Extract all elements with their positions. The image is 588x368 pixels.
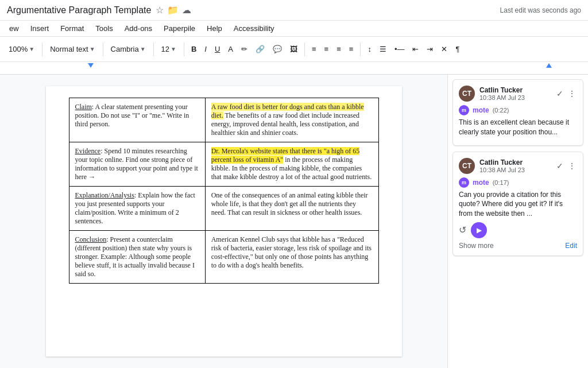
indent-increase-button[interactable]: ⇥ <box>423 42 436 56</box>
toolbar: 100% ▼ Normal text ▼ Cambria ▼ 12 ▼ B I … <box>0 37 588 62</box>
menu-view[interactable]: ew <box>5 22 24 34</box>
menu-accessibility[interactable]: Accessibility <box>229 22 279 34</box>
mote-duration-2: (0:17) <box>493 179 509 186</box>
cloud-icon[interactable]: ☁ <box>182 5 191 16</box>
show-more-button[interactable]: Show more <box>459 242 494 250</box>
zoom-value: 100% <box>9 45 28 53</box>
ruler-right-indent[interactable] <box>546 63 552 68</box>
italic-button[interactable]: I <box>201 42 210 56</box>
comment-header-2: CT Catlin Tucker 10:38 AM Jul 23 ✓ ⋮ <box>459 158 577 174</box>
mote-row-1: m mote (0:22) <box>459 105 577 115</box>
comment-header-1: CT Catlin Tucker 10:38 AM Jul 23 ✓ ⋮ <box>459 86 577 102</box>
table-row: Conclusion: Present a counterclaim (diff… <box>69 231 378 284</box>
explanation-label: Explanation/Analysis <box>75 191 134 199</box>
highlight-button[interactable]: ✏ <box>238 42 251 56</box>
edit-button[interactable]: Edit <box>565 242 577 250</box>
conclusion-content-cell[interactable]: American Kennel Club says that kibble ha… <box>205 231 378 284</box>
evidence-content-cell[interactable]: Dr. Mercola's website states that there … <box>205 142 378 187</box>
style-value: Normal text <box>50 45 88 53</box>
ruler-left-indent[interactable] <box>88 63 94 68</box>
avatar-2: CT <box>459 158 475 174</box>
resolve-button-1[interactable]: ✓ <box>555 88 564 99</box>
zoom-selector[interactable]: 100% ▼ <box>5 42 38 56</box>
font-color-button[interactable]: A <box>225 42 237 56</box>
avatar-img-1: CT <box>459 86 475 102</box>
explanation-content-cell[interactable]: One of the consequences of an animal eat… <box>205 187 378 231</box>
last-edit-status: Last edit was seconds ago <box>500 6 581 14</box>
comment-meta-1: Catlin Tucker 10:38 AM Jul 23 <box>479 86 555 101</box>
comment-author-2: Catlin Tucker <box>479 158 555 166</box>
menu-insert[interactable]: Insert <box>26 22 54 34</box>
claim-label-text: : A clear statement presenting your posi… <box>75 103 189 128</box>
claim-content-cell[interactable]: A raw food diet is better for dogs and c… <box>205 98 378 142</box>
line-spacing-button[interactable]: ↕ <box>364 42 375 56</box>
menu-addons[interactable]: Add-ons <box>120 22 157 34</box>
comment-actions-1: ✓ ⋮ <box>555 88 577 99</box>
font-size-selector[interactable]: 12 ▼ <box>157 42 180 56</box>
mote-logo-2: m <box>459 177 469 188</box>
bullet-list-button[interactable]: •— <box>391 42 408 56</box>
table-row: Evidence: Spend 10 minutes researching y… <box>69 142 378 187</box>
mote-label-1: mote <box>473 106 489 114</box>
font-size-value: 12 <box>161 45 169 53</box>
evidence-label-cell: Evidence: Spend 10 minutes researching y… <box>69 142 205 187</box>
align-right-button[interactable]: ≡ <box>333 42 345 56</box>
font-selector[interactable]: Cambria ▼ <box>107 42 150 56</box>
comment-footer-2: Show more Edit <box>459 242 577 250</box>
ruler-content <box>5 62 583 74</box>
menu-format[interactable]: Format <box>56 22 88 34</box>
font-arrow: ▼ <box>140 46 146 52</box>
sep3 <box>153 42 154 56</box>
align-justify-button[interactable]: ≡ <box>346 42 357 56</box>
claim-label: Claim <box>75 103 92 111</box>
style-arrow: ▼ <box>90 46 95 52</box>
comment-meta-2: Catlin Tucker 10:38 AM Jul 23 <box>479 158 555 173</box>
document-title[interactable]: Argumentative Paragraph Template <box>7 5 151 16</box>
more-options-1[interactable]: ⋮ <box>567 88 577 99</box>
folder-icon[interactable]: 📁 <box>167 5 179 16</box>
sep1 <box>42 42 42 56</box>
indent-decrease-button[interactable]: ⇤ <box>409 42 422 56</box>
style-selector[interactable]: Normal text ▼ <box>46 42 99 56</box>
zoom-arrow: ▼ <box>29 46 34 52</box>
star-icon[interactable]: ☆ <box>156 5 164 16</box>
menu-help[interactable]: Help <box>202 22 227 34</box>
audio-controls-2: ↺ ▶ <box>459 222 577 238</box>
conclusion-label: Conclusion <box>75 235 107 243</box>
content-table: Claim: A clear statement presenting your… <box>69 98 379 284</box>
mote-logo-1: m <box>459 105 469 115</box>
image-button[interactable]: 🖼 <box>287 42 301 56</box>
document-page: Claim: A clear statement presenting your… <box>46 86 402 357</box>
document-area: Claim: A clear statement presenting your… <box>0 75 447 368</box>
table-row: Explanation/Analysis: Explain how the fa… <box>69 187 378 231</box>
title-bar: Argumentative Paragraph Template ☆ 📁 ☁ L… <box>0 0 588 21</box>
link-button[interactable]: 🔗 <box>252 42 268 56</box>
resolve-button-2[interactable]: ✓ <box>555 160 564 172</box>
align-left-button[interactable]: ≡ <box>308 42 320 56</box>
ruler <box>0 62 588 75</box>
sep6 <box>360 42 361 56</box>
play-button[interactable]: ▶ <box>471 222 487 238</box>
bold-button[interactable]: B <box>188 42 200 56</box>
more-button[interactable]: ¶ <box>452 42 463 56</box>
align-center-button[interactable]: ≡ <box>321 42 332 56</box>
comment-button[interactable]: 💬 <box>269 42 285 56</box>
font-value: Cambria <box>111 45 139 53</box>
sep2 <box>103 42 103 56</box>
avatar-img-2: CT <box>459 158 475 174</box>
avatar-1: CT <box>459 86 475 102</box>
numbered-list-button[interactable]: ☰ <box>376 42 390 56</box>
comment-card-1: CT Catlin Tucker 10:38 AM Jul 23 ✓ ⋮ m m… <box>452 79 583 146</box>
menu-tools[interactable]: Tools <box>91 22 117 34</box>
clear-formatting-button[interactable]: ✕ <box>438 42 451 56</box>
explanation-label-cell: Explanation/Analysis: Explain how the fa… <box>69 187 205 231</box>
mote-label-2: mote <box>473 179 489 187</box>
comment-text-2: Can you provide a citation for this quot… <box>459 190 577 219</box>
sep5 <box>304 42 305 56</box>
size-arrow: ▼ <box>171 46 176 52</box>
more-options-2[interactable]: ⋮ <box>567 160 577 172</box>
underline-button[interactable]: U <box>211 42 223 56</box>
menu-paperpile[interactable]: Paperpile <box>159 22 200 34</box>
replay-button[interactable]: ↺ <box>459 224 466 235</box>
comment-actions-2: ✓ ⋮ <box>555 160 577 172</box>
